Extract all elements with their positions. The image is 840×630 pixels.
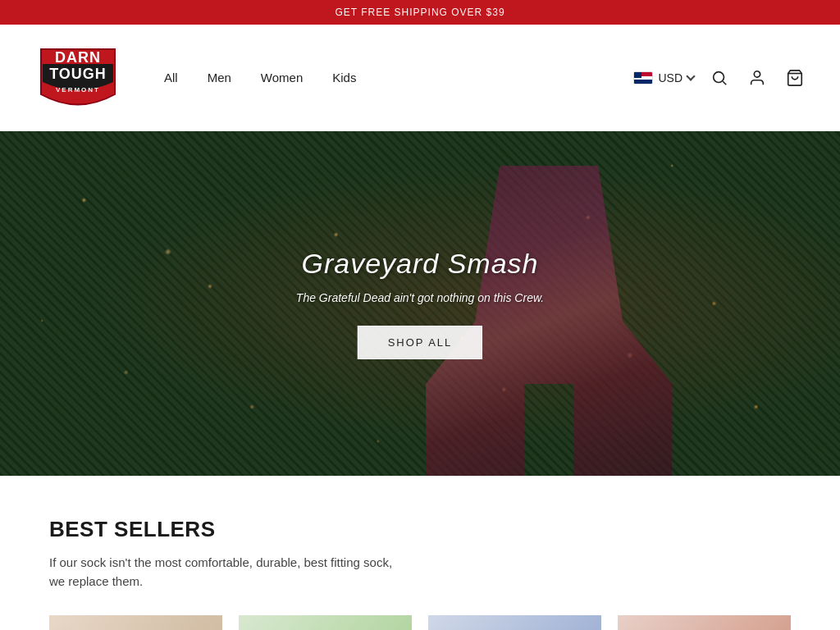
best-sellers-desc-line2: we replace them. [49,574,143,588]
product-card-image-3 [428,615,601,630]
hero-section: Graveyard Smash The Grateful Dead ain't … [0,131,840,476]
account-button[interactable] [745,66,769,90]
svg-text:TOUGH: TOUGH [49,66,107,82]
header: DARN TOUGH VERMONT All Men Women Kids US… [0,25,840,131]
currency-selector[interactable]: USD [633,71,694,84]
logo-image[interactable]: DARN TOUGH VERMONT [33,41,123,115]
account-icon [748,69,766,87]
search-button[interactable] [707,66,732,90]
svg-text:DARN: DARN [55,49,101,66]
best-sellers-title: BEST SELLERS [49,517,791,542]
hero-content: Graveyard Smash The Grateful Dead ain't … [296,248,544,359]
shop-all-button[interactable]: SHOP ALL [358,326,483,359]
nav-link-kids[interactable]: Kids [332,71,356,84]
hero-title: Graveyard Smash [296,248,544,280]
chevron-down-icon [686,71,695,80]
best-sellers-description: If our sock isn't the most comfortable, … [49,554,402,591]
hero-subtitle: The Grateful Dead ain't got nothing on t… [296,291,544,304]
product-card-image-4 [618,615,791,630]
product-card-image-1 [49,615,222,630]
header-right: USD [633,66,807,90]
product-card-image-2 [239,615,412,630]
cart-icon [786,69,804,87]
product-card-1[interactable] [49,615,222,630]
logo-area[interactable]: DARN TOUGH VERMONT [33,41,123,115]
nav-link-all[interactable]: All [164,71,178,84]
product-card-4[interactable] [618,615,791,630]
best-sellers-desc-line1: If our sock isn't the most comfortable, … [49,555,392,569]
svg-text:VERMONT: VERMONT [56,86,100,94]
svg-line-4 [723,81,726,84]
svg-point-3 [714,71,724,82]
main-nav: All Men Women Kids [164,71,633,84]
nav-link-men[interactable]: Men [208,71,231,84]
currency-label: USD [658,71,682,84]
svg-point-5 [754,71,760,76]
product-cards-row [49,615,791,630]
cart-button[interactable] [783,66,807,90]
search-icon [710,69,728,87]
top-banner: GET FREE SHIPPING OVER $39 [0,0,840,25]
flag-icon [633,71,653,84]
best-sellers-section: BEST SELLERS If our sock isn't the most … [0,476,840,630]
banner-text: GET FREE SHIPPING OVER $39 [335,7,504,18]
product-card-2[interactable] [239,615,412,630]
product-card-3[interactable] [428,615,601,630]
nav-link-women[interactable]: Women [261,71,303,84]
